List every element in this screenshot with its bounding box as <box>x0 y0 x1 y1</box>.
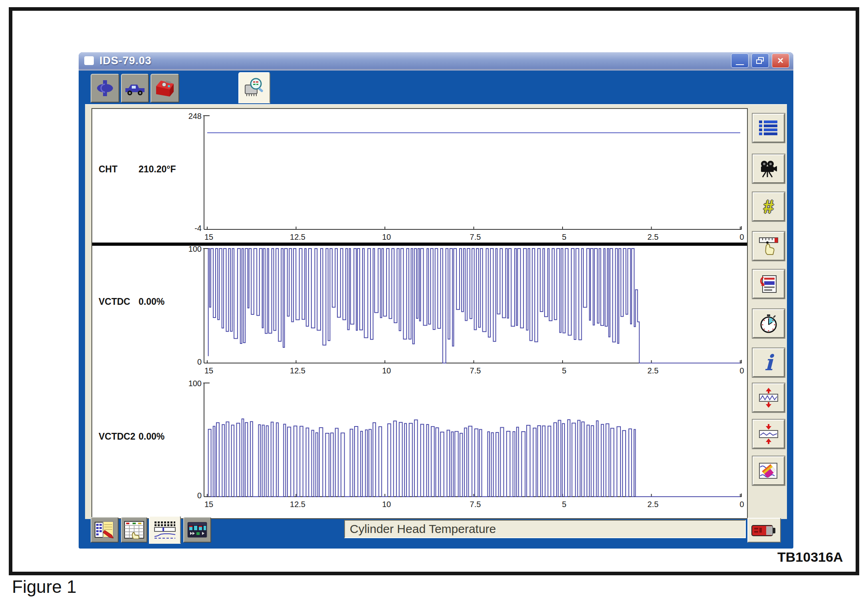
chart-row-vctdc: VCTDC0.00%10001512.5107.552.50 <box>92 246 747 377</box>
chart-divider <box>92 243 747 246</box>
signal-label: VCTDC20.00% <box>99 431 164 442</box>
playback-controls-icon <box>187 521 208 538</box>
y-tick-label: 100 <box>188 246 202 253</box>
clear-graph-button[interactable] <box>753 456 785 485</box>
select-parameters-button[interactable] <box>753 270 785 298</box>
graph-view-icon <box>154 521 176 539</box>
hash-icon: # <box>763 196 774 217</box>
x-tick-label: 2.5 <box>648 366 659 375</box>
figure-frame: IDS-79.03 — ✕ <box>9 7 859 575</box>
tab-vehicle[interactable] <box>121 74 149 103</box>
battery-icon <box>751 522 777 538</box>
x-tick-label: 2.5 <box>648 233 659 241</box>
x-tick-label: 5 <box>562 366 566 375</box>
x-tick-label: 15 <box>204 366 213 375</box>
stopwatch-icon <box>759 314 778 333</box>
y-tick-label: 0 <box>197 491 202 500</box>
signal-label: VCTDC0.00% <box>99 296 164 307</box>
x-tick-label: 15 <box>204 233 213 241</box>
signal-value: 210.20°F <box>139 164 176 175</box>
tab-data-select[interactable] <box>121 517 147 543</box>
x-tick-label: 5 <box>562 233 566 241</box>
timer-button[interactable] <box>753 309 785 338</box>
signal-name: VCTDC <box>99 296 139 307</box>
expand-scale-button[interactable] <box>753 383 785 412</box>
x-tick-label: 2.5 <box>648 500 659 509</box>
tab-connection[interactable] <box>91 74 119 103</box>
connector-icon <box>94 79 116 98</box>
video-camera-icon <box>759 160 778 178</box>
figure-caption: Figure 1 <box>12 577 76 597</box>
chart-area: CHT210.20°F248-41512.5107.552.50VCTDC0.0… <box>91 108 748 519</box>
record-button[interactable] <box>753 154 785 183</box>
datalogger-magnifier-icon <box>243 77 266 99</box>
window-controls: — ✕ <box>731 53 789 68</box>
minimize-icon: — <box>736 60 744 68</box>
x-tick-label: 0 <box>739 233 744 241</box>
restore-icon <box>756 57 764 64</box>
notepad-pencil-icon <box>94 521 115 539</box>
status-text-field[interactable]: Cylinder Head Temperature <box>344 520 746 538</box>
chart-plot-vctdc2: 10001512.5107.552.50 <box>92 377 747 517</box>
tab-notes[interactable] <box>91 517 119 543</box>
signal-label: CHT210.20°F <box>99 164 176 175</box>
tab-graph-view[interactable] <box>149 516 181 544</box>
info-button[interactable]: i <box>753 348 785 377</box>
close-button[interactable]: ✕ <box>772 53 789 68</box>
list-icon <box>759 120 778 136</box>
x-tick-label: 12.5 <box>290 500 305 509</box>
vehicle-icon <box>124 79 146 97</box>
x-tick-label: 7.5 <box>470 500 481 509</box>
parameter-list-button[interactable] <box>753 114 785 142</box>
x-tick-label: 7.5 <box>470 233 481 241</box>
chart-row-vctdc2: VCTDC20.00%10001512.5107.552.50 <box>92 377 747 517</box>
form-hand-icon <box>124 521 145 539</box>
signal-name: VCTDC2 <box>99 431 139 442</box>
x-tick-label: 5 <box>562 500 566 509</box>
battery-indicator[interactable] <box>747 518 781 543</box>
x-tick-label: 10 <box>382 233 391 241</box>
app-icon <box>84 56 94 65</box>
select-lines-icon <box>759 275 778 293</box>
y-tick-label: 100 <box>188 379 202 388</box>
y-tick-label: 0 <box>197 357 202 366</box>
x-tick-label: 10 <box>382 500 391 509</box>
title-bar: IDS-79.03 — ✕ <box>79 52 793 71</box>
tab-playback[interactable] <box>183 517 211 543</box>
window-title: IDS-79.03 <box>99 55 152 67</box>
signal-name: CHT <box>99 164 139 175</box>
chart-row-cht: CHT210.20°F248-41512.5107.552.50 <box>92 109 747 243</box>
info-icon: i <box>765 352 773 373</box>
x-tick-label: 0 <box>739 366 744 375</box>
signal-value: 0.00% <box>139 296 164 307</box>
status-text: Cylinder Head Temperature <box>350 522 496 536</box>
compress-scale-button[interactable] <box>753 420 785 448</box>
tape-hand-icon <box>759 237 779 255</box>
close-icon: ✕ <box>777 57 784 65</box>
main-panel: CHT210.20°F248-41512.5107.552.50VCTDC0.0… <box>85 104 787 519</box>
x-tick-label: 15 <box>204 500 213 509</box>
measure-button[interactable] <box>753 232 785 261</box>
restore-button[interactable] <box>751 53 769 68</box>
x-tick-label: 12.5 <box>290 233 305 241</box>
x-tick-label: 0 <box>739 500 744 509</box>
minimize-button[interactable]: — <box>731 53 749 68</box>
chart-plot-vctdc: 10001512.5107.552.50 <box>92 246 747 377</box>
x-tick-label: 12.5 <box>290 366 305 375</box>
tab-toolbox[interactable] <box>151 74 179 103</box>
app-window: IDS-79.03 — ✕ <box>79 52 793 549</box>
reference-code: TB10316A <box>777 549 843 565</box>
compress-scale-icon <box>759 424 779 444</box>
y-tick-label: -4 <box>194 224 202 233</box>
x-tick-label: 10 <box>382 366 391 375</box>
tab-datalogger[interactable] <box>238 72 270 103</box>
x-tick-label: 7.5 <box>470 366 481 375</box>
digital-values-button[interactable]: # <box>753 192 785 221</box>
y-tick-label: 248 <box>188 112 202 120</box>
chart-plot-cht: 248-41512.5107.552.50 <box>92 109 747 243</box>
expand-scale-icon <box>759 388 779 408</box>
erase-graph-icon <box>759 462 779 480</box>
toolbox-icon <box>154 78 176 98</box>
signal-value: 0.00% <box>139 431 164 442</box>
